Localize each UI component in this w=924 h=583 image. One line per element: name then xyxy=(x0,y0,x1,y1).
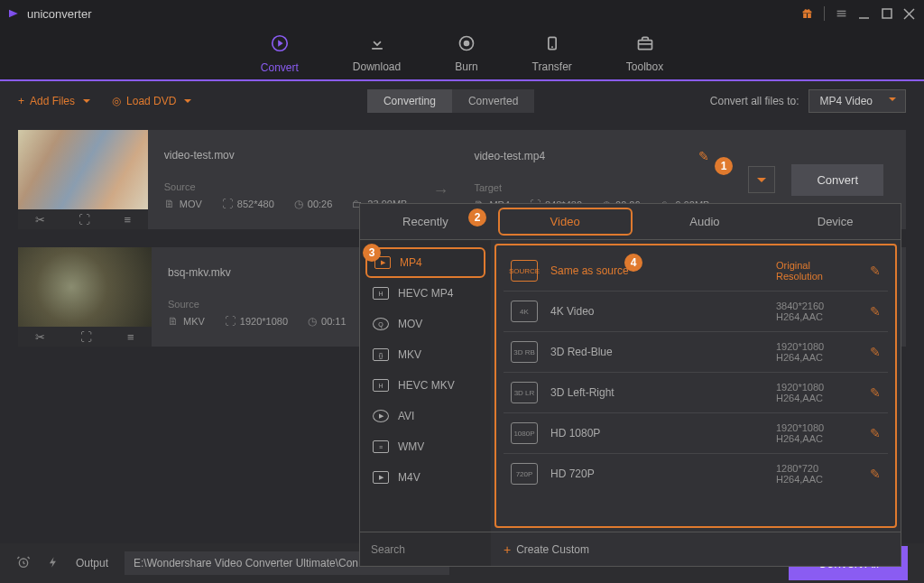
output-label: Output xyxy=(76,557,108,569)
preset-list[interactable]: SOURCE Same as source Original Resolutio… xyxy=(494,244,897,528)
step-badge-2: 2 xyxy=(468,208,486,227)
preset-item-4k[interactable]: 4K 4K Video 3840*2160H264,AAC ✎ xyxy=(504,292,888,332)
speed-icon[interactable] xyxy=(47,555,60,572)
alarm-icon[interactable] xyxy=(16,555,31,572)
edit-icon[interactable]: ✎ xyxy=(870,345,881,359)
convert-all-label: Convert all files to: xyxy=(710,95,799,107)
edit-icon[interactable]: ✎ xyxy=(870,304,881,319)
format-item-mp4[interactable]: ▶MP4 xyxy=(365,247,485,278)
target-filename: video-test.mp4 xyxy=(474,150,545,162)
minimize-icon[interactable] xyxy=(858,8,870,20)
clock-icon: ◷ xyxy=(308,315,317,328)
format-item-wmv[interactable]: ≡WMV xyxy=(360,431,491,462)
maximize-icon[interactable] xyxy=(881,8,892,20)
svg-point-6 xyxy=(464,41,468,45)
overlay-tab-video[interactable]: Video xyxy=(498,208,633,236)
format-icon: {} xyxy=(373,348,389,361)
format-item-mkv[interactable]: {}MKV xyxy=(360,339,491,370)
trim-icon[interactable]: ✂ xyxy=(35,330,45,344)
title-bar: uniconverter xyxy=(0,0,924,27)
preset-icon: 4K xyxy=(511,301,538,322)
thumbnail: ✂ ⛶ ≡ xyxy=(18,247,152,347)
preset-item-same-as-source[interactable]: SOURCE Same as source Original Resolutio… xyxy=(504,251,888,292)
settings-icon[interactable]: ≡ xyxy=(124,213,131,227)
main-nav: Convert Download Burn Transfer Toolbox xyxy=(0,27,924,81)
load-dvd-button[interactable]: ◎ Load DVD xyxy=(112,95,191,107)
nav-transfer[interactable]: Transfer xyxy=(532,34,572,73)
nav-label: Burn xyxy=(455,60,477,73)
crop-icon[interactable]: ⛶ xyxy=(80,330,92,344)
video-preview[interactable] xyxy=(18,130,148,209)
source-filename: video-test.mov xyxy=(164,149,408,162)
create-custom-button[interactable]: + Create Custom xyxy=(491,532,901,566)
format-list[interactable]: ▶MP4 HHEVC MP4 QMOV {}MKV HHEVC MKV ▶AVI… xyxy=(360,240,491,532)
format-icon: H xyxy=(373,287,389,300)
preset-item-3d-red-blue[interactable]: 3D RB 3D Red-Blue 1920*1080H264,AAC ✎ xyxy=(504,332,888,373)
thumbnail: ✂ ⛶ ≡ xyxy=(18,130,148,229)
nav-burn[interactable]: Burn xyxy=(455,34,477,73)
format-icon: ≡ xyxy=(373,440,389,453)
target-format-dropdown[interactable] xyxy=(748,166,775,193)
preset-icon: 1080P xyxy=(511,422,538,444)
tab-converting[interactable]: Converting xyxy=(367,89,452,113)
gift-icon[interactable] xyxy=(801,8,813,20)
edit-icon[interactable]: ✎ xyxy=(698,149,709,163)
nav-label: Download xyxy=(353,60,401,73)
step-badge-1: 1 xyxy=(715,157,733,175)
preset-item-hd-720p[interactable]: 720P HD 720P 1280*720H264,AAC ✎ xyxy=(504,454,888,494)
overlay-tab-device[interactable]: Device xyxy=(770,204,901,239)
format-icon: H xyxy=(373,379,389,392)
preset-icon: 3D RB xyxy=(511,341,538,363)
plus-icon: + xyxy=(504,542,511,557)
format-item-hevc-mkv[interactable]: HHEVC MKV xyxy=(360,370,491,401)
crop-icon[interactable]: ⛶ xyxy=(79,213,90,227)
format-item-avi[interactable]: ▶AVI xyxy=(360,401,491,431)
file-icon: 🗎 xyxy=(164,198,175,210)
video-preview[interactable] xyxy=(18,247,152,327)
nav-toolbox[interactable]: Toolbox xyxy=(626,34,663,73)
convert-button[interactable]: Convert xyxy=(791,164,883,196)
step-badge-4: 4 xyxy=(624,254,642,272)
download-icon xyxy=(368,34,386,57)
plus-icon: + xyxy=(18,95,24,107)
format-item-mov[interactable]: QMOV xyxy=(360,309,491,339)
format-icon: Q xyxy=(373,318,389,330)
overlay-tab-audio[interactable]: Audio xyxy=(640,204,771,239)
search-input[interactable]: Search xyxy=(360,532,491,566)
file-icon: 🗎 xyxy=(168,315,179,328)
convert-all-format-select[interactable]: MP4 Video xyxy=(808,89,906,113)
preset-icon: 720P xyxy=(511,463,538,485)
close-icon[interactable] xyxy=(903,8,915,20)
disc-icon: ◎ xyxy=(112,95,121,107)
format-item-m4v[interactable]: ▶M4V xyxy=(360,462,491,493)
preset-item-3d-left-right[interactable]: 3D LR 3D Left-Right 1920*1080H264,AAC ✎ xyxy=(504,373,888,413)
edit-icon[interactable]: ✎ xyxy=(870,467,881,481)
nav-convert[interactable]: Convert xyxy=(261,33,299,74)
edit-icon[interactable]: ✎ xyxy=(870,426,881,440)
step-badge-3: 3 xyxy=(363,244,381,262)
nav-download[interactable]: Download xyxy=(353,34,401,73)
svg-rect-1 xyxy=(882,9,892,18)
separator xyxy=(824,6,825,21)
format-icon: ▶ xyxy=(373,471,389,484)
menu-icon[interactable] xyxy=(836,8,847,20)
add-files-button[interactable]: + Add Files xyxy=(18,95,90,107)
format-item-hevc-mp4[interactable]: HHEVC MP4 xyxy=(360,278,491,309)
target-label: Target xyxy=(474,182,709,193)
format-icon: ▶ xyxy=(373,410,389,422)
trim-icon[interactable]: ✂ xyxy=(35,213,45,227)
burn-icon xyxy=(457,34,476,57)
preset-item-hd-1080p[interactable]: 1080P HD 1080P 1920*1080H264,AAC ✎ xyxy=(504,413,888,454)
clock-icon: ◷ xyxy=(294,198,303,210)
nav-label: Transfer xyxy=(532,60,572,73)
settings-icon[interactable]: ≡ xyxy=(127,330,134,344)
nav-label: Convert xyxy=(261,61,299,74)
preset-icon: SOURCE xyxy=(511,260,538,282)
chevron-down-icon xyxy=(757,178,766,187)
chevron-down-icon xyxy=(184,99,191,106)
resolution-icon: ⛶ xyxy=(225,315,236,328)
edit-icon[interactable]: ✎ xyxy=(870,385,881,400)
edit-icon[interactable]: ✎ xyxy=(870,264,881,278)
preset-icon: 3D LR xyxy=(511,382,538,403)
tab-converted[interactable]: Converted xyxy=(452,89,534,113)
